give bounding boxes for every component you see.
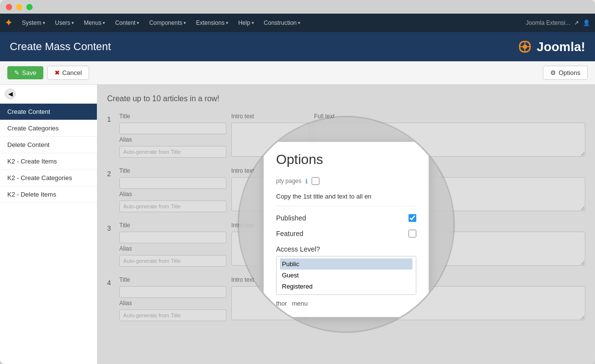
featured-label: Featured [276,230,405,237]
header-bar: Create Mass Content Joomla! [0,32,595,61]
user-icon[interactable]: 👤 [583,19,590,26]
save-icon: ✎ [14,69,19,76]
svg-point-0 [523,45,527,49]
cancel-button[interactable]: ✖ Cancel [47,66,89,80]
joomla-logo-icon: ✦ [5,18,12,28]
access-label: Access Level? [276,245,416,253]
access-option-guest[interactable]: Guest [280,270,412,281]
sidebar-item-k2-create-items[interactable]: K2 - Create Items [0,153,97,170]
chevron-down-icon: ▾ [43,20,45,25]
options-overlay: Options pty pages ℹ Copy the 1st title a… [97,85,595,364]
options-panel: Options pty pages ℹ Copy the 1st title a… [263,142,429,317]
back-button[interactable]: ◀ [5,89,16,99]
minimize-button[interactable] [16,4,22,10]
nav-item-components[interactable]: Components ▾ [145,18,190,28]
toolbar-left: ✎ Save ✖ Cancel [7,66,89,80]
sidebar: ◀ Create Content Create Categories Delet… [0,85,97,364]
published-label: Published [276,214,405,222]
empty-pages-checkbox[interactable] [312,177,319,185]
top-navigation: ✦ System ▾ Users ▾ Menus ▾ Content ▾ Com… [0,14,595,32]
joomla-icon [516,38,534,55]
window: ✦ System ▾ Users ▾ Menus ▾ Content ▾ Com… [0,0,595,364]
nav-item-content[interactable]: Content ▾ [111,18,143,28]
empty-pages-label: pty pages [276,178,301,184]
content-area: Create up to 10 articles in a row! 1 Tit… [97,85,595,364]
toolbar: ✎ Save ✖ Cancel ⚙ Options [0,61,595,85]
sidebar-item-k2-delete-items[interactable]: K2 - Delete Items [0,186,97,203]
page-title: Create Mass Content [10,40,111,53]
nav-item-construction[interactable]: Construction ▾ [260,18,304,28]
gear-icon: ⚙ [550,69,556,76]
chevron-down-icon: ▾ [226,20,228,25]
access-level-section: Access Level? Public Guest Registered Sp… [276,245,416,295]
magnifier-circle: Options pty pages ℹ Copy the 1st title a… [239,117,453,331]
chevron-down-icon: ▾ [184,20,186,25]
nav-item-menus[interactable]: Menus ▾ [80,18,109,28]
chevron-down-icon: ▾ [137,20,139,25]
nav-item-system[interactable]: System ▾ [18,18,49,28]
chevron-down-icon: ▾ [72,20,74,25]
author-menu-row: thor menu [276,300,416,307]
menu-label: menu [292,300,308,307]
maximize-button[interactable] [26,4,33,10]
access-option-special[interactable]: Special [280,292,412,295]
cancel-icon: ✖ [55,69,60,76]
joomla-brand-text: Joomla! [537,39,585,55]
chevron-down-icon: ▾ [298,20,300,25]
nav-item-help[interactable]: Help ▾ [234,18,258,28]
titlebar [0,0,595,14]
options-button[interactable]: ⚙ Options [543,66,588,80]
external-link-icon: ↗ [574,19,579,26]
nav-right: Joomla Extensi... ↗ 👤 [526,19,590,26]
sidebar-back: ◀ [0,85,97,104]
nav-item-extensions[interactable]: Extensions ▾ [192,18,232,28]
nav-item-users[interactable]: Users ▾ [51,18,78,28]
access-option-registered[interactable]: Registered [280,281,412,292]
sidebar-item-k2-create-categories[interactable]: K2 - Create Categories [0,170,97,186]
chevron-down-icon: ▾ [103,20,105,25]
featured-row: Featured [276,230,416,237]
main-layout: ◀ Create Content Create Categories Delet… [0,85,595,364]
info-icon: ℹ [305,178,308,185]
options-title: Options [276,152,416,167]
sidebar-item-create-categories[interactable]: Create Categories [0,120,97,137]
featured-checkbox[interactable] [409,230,416,237]
access-select[interactable]: Public Guest Registered Special [276,256,416,295]
close-button[interactable] [6,4,12,10]
author-label: thor [276,300,287,307]
empty-pages-row: pty pages ℹ [276,177,416,185]
joomla-brand: Joomla! [516,38,585,55]
external-link[interactable]: Joomla Extensi... [526,19,570,26]
copy-text: Copy the 1st title and text to all en [276,193,416,206]
save-button[interactable]: ✎ Save [7,66,43,79]
sidebar-item-delete-content[interactable]: Delete Content [0,137,97,153]
published-checkbox[interactable] [409,214,416,222]
published-row: Published [276,214,416,222]
chevron-down-icon: ▾ [252,20,254,25]
sidebar-item-create-content[interactable]: Create Content [0,104,97,120]
access-option-public[interactable]: Public [280,258,412,270]
